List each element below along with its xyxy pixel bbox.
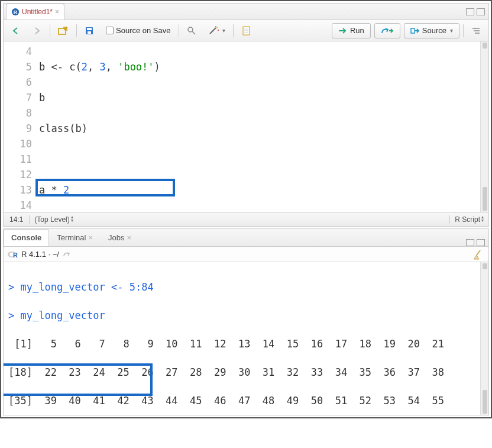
compile-report-button[interactable] [237,23,255,38]
run-label: Run [350,26,364,35]
close-icon[interactable]: × [55,8,59,16]
code-area[interactable]: b <- c(2, 3, 'boo!') b class(b) a * 2 my… [39,41,488,212]
console-output[interactable]: > my_long_vector <- 5:84 > my_long_vecto… [4,262,488,415]
language-selector[interactable]: R Script▴▾ [449,215,488,224]
scope-selector[interactable]: (Top Level)▴▾ [30,215,449,224]
clear-console-button[interactable] [472,249,484,260]
save-button[interactable] [80,23,98,38]
file-tab-name: Untitled1* [22,8,53,16]
checkbox-icon [106,27,114,34]
editor-tab-bar: R Untitled1* × [4,4,488,20]
console-tab-bar: Console Terminal × Jobs × [4,229,488,247]
svg-point-6 [188,27,193,32]
cursor-position: 14:1 [4,215,30,224]
console-info-bar: R R 4.1.1 · ~/ [4,247,488,262]
run-arrow-icon [338,27,348,34]
tab-console[interactable]: Console [4,229,49,246]
editor-status-bar: 14:1 (Top Level)▴▾ R Script▴▾ [4,212,488,226]
editor-scrollbar[interactable] [480,41,488,212]
search-icon [187,26,196,36]
broom-icon [472,249,484,260]
svg-rect-17 [411,28,415,33]
svg-line-7 [192,31,195,34]
outline-button[interactable] [467,23,485,38]
save-icon [85,26,94,36]
back-button[interactable] [7,23,25,38]
show-in-new-window-button[interactable] [54,23,73,38]
editor-pane: R Untitled1* × Source on Save [3,3,489,227]
close-icon[interactable]: × [127,233,131,242]
svg-point-11 [215,26,216,27]
svg-point-10 [218,30,219,31]
rerun-button[interactable] [374,23,400,38]
line-gutter: 4 5 6 7 8 9 10 11 12 13 14 [4,41,39,212]
maximize-pane-icon[interactable] [477,8,485,15]
goto-dir-icon[interactable] [63,251,71,258]
wand-icon [208,26,220,36]
popup-window-icon [58,26,69,36]
r-file-icon: R [11,8,20,16]
code-tools-button[interactable]: ▾ [204,23,229,38]
window-controls [466,239,485,246]
console-pane: Console Terminal × Jobs × R R 4.1.1 · ~/… [3,228,489,415]
forward-button[interactable] [28,23,46,38]
source-on-save-label: Source on Save [116,26,171,35]
console-scrollbar[interactable] [480,262,488,415]
r-logo-icon: R [7,250,18,259]
outline-icon [471,27,481,35]
window-controls [466,8,485,15]
run-button[interactable]: Run [332,23,371,38]
source-label: Source [422,26,446,35]
rerun-icon [381,27,394,35]
svg-rect-5 [88,31,91,34]
source-button[interactable]: Source ▾ [404,23,459,38]
code-editor[interactable]: 4 5 6 7 8 9 10 11 12 13 14 b <- c(2, 3, … [4,41,488,212]
tab-terminal[interactable]: Terminal × [49,229,101,246]
minimize-pane-icon[interactable] [466,239,474,246]
maximize-pane-icon[interactable] [477,239,485,246]
source-on-save-toggle[interactable]: Source on Save [102,23,175,38]
source-arrow-icon [410,27,420,34]
editor-toolbar: Source on Save ▾ Run Source ▾ [4,20,488,41]
svg-rect-4 [87,28,92,30]
close-icon[interactable]: × [88,233,93,242]
svg-line-8 [210,28,216,34]
find-button[interactable] [183,23,200,38]
svg-line-24 [477,250,480,255]
back-arrow-icon [11,27,21,35]
r-version-label: R 4.1.1 · ~/ [21,250,59,259]
tab-jobs[interactable]: Jobs × [101,229,139,246]
forward-arrow-icon [33,27,42,35]
notebook-icon [241,25,251,36]
svg-text:R: R [14,9,18,15]
svg-point-9 [216,27,218,28]
file-tab[interactable]: R Untitled1* × [6,4,64,20]
svg-text:R: R [13,252,18,259]
minimize-pane-icon[interactable] [466,8,474,15]
